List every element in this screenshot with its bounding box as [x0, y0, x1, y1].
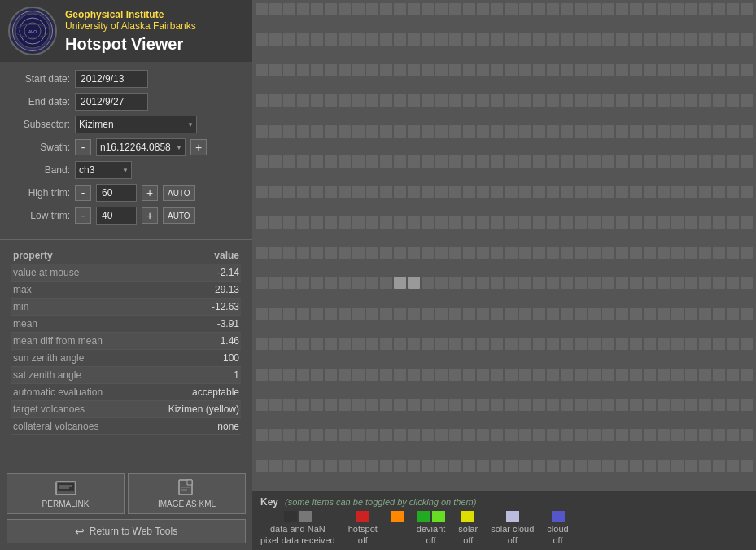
grid-cell — [422, 186, 434, 198]
low-trim-auto-button[interactable]: AUTO — [163, 207, 195, 224]
grid-cell — [658, 429, 670, 441]
grid-cell — [380, 94, 392, 107]
grid-cell — [533, 3, 545, 15]
end-date-input[interactable] — [75, 93, 148, 111]
grid-cell — [519, 3, 531, 15]
app-title: Hotspot Viewer — [65, 35, 196, 54]
grid-cell — [741, 64, 753, 76]
svg-text:AVO: AVO — [28, 29, 37, 34]
grid-cell — [547, 33, 559, 46]
grid-cell — [602, 186, 614, 198]
grid-cell — [547, 64, 559, 76]
grid-cell — [575, 3, 587, 15]
grid-cell — [616, 338, 628, 350]
grid-cell — [658, 369, 670, 381]
grid-cell — [283, 3, 295, 15]
key-item[interactable]: solaroff — [458, 511, 478, 545]
header-section: AVO Geophysical Institute University of … — [0, 0, 252, 62]
grid-cell — [561, 429, 573, 441]
grid-cell — [422, 125, 434, 138]
grid-cell — [352, 429, 365, 441]
return-button[interactable]: ↩ Return to Web Tools — [7, 519, 246, 543]
grid-cell — [339, 3, 351, 15]
high-trim-plus-button[interactable]: + — [142, 185, 158, 201]
grid-cell — [671, 155, 684, 168]
grid-cell — [394, 216, 406, 229]
grid-cell — [463, 308, 475, 320]
swath-minus-button[interactable]: - — [75, 139, 91, 155]
grid-cell — [741, 33, 753, 46]
grid-cell — [602, 94, 614, 107]
key-item[interactable]: solar cloudoff — [491, 511, 534, 545]
grid-cell — [408, 277, 420, 289]
key-item[interactable]: cloudoff — [547, 511, 568, 545]
grid-cell — [561, 94, 573, 107]
grid-cell — [575, 308, 587, 320]
grid-cell — [602, 429, 614, 441]
grid-cell — [352, 247, 365, 259]
permalink-button[interactable]: PERMALINK — [7, 473, 125, 514]
prop-name: automatic evaluation — [13, 386, 103, 398]
low-trim-input[interactable] — [96, 207, 137, 225]
grid-cell — [561, 64, 573, 76]
grid-cell — [561, 155, 573, 168]
high-trim-minus-button[interactable]: - — [75, 185, 91, 201]
high-trim-input[interactable] — [96, 184, 137, 202]
image-kml-button[interactable]: IMAGE AS KML — [128, 473, 246, 514]
key-bar: Key (some items can be toggled by clicki… — [252, 491, 756, 550]
grid-cell — [366, 308, 378, 320]
grid-cell — [435, 247, 448, 259]
grid-cell — [422, 369, 434, 381]
grid-cell — [505, 64, 517, 76]
grid-cell — [477, 64, 489, 76]
key-item[interactable]: data and NaNpixel data received — [260, 511, 335, 545]
grid-cell — [741, 460, 753, 472]
grid-cell — [727, 94, 739, 107]
grid-cell — [561, 125, 573, 138]
start-date-input[interactable] — [75, 70, 148, 88]
grid-cell — [283, 247, 295, 259]
low-trim-minus-button[interactable]: - — [75, 207, 91, 224]
grid-cell — [671, 460, 684, 472]
key-item[interactable]: hotspotoff — [348, 511, 378, 545]
grid-cell — [449, 460, 461, 472]
swath-plus-button[interactable]: + — [190, 139, 207, 155]
prop-value: 1 — [234, 369, 239, 381]
right-panel: Key (some items can be toggled by clicki… — [252, 0, 756, 550]
grid-cell — [394, 308, 406, 320]
grid-cell — [561, 460, 573, 472]
grid-cell — [505, 186, 517, 198]
low-trim-plus-button[interactable]: + — [142, 207, 158, 224]
band-select[interactable]: ch3 — [75, 161, 132, 179]
grid-cell — [699, 460, 711, 472]
key-item[interactable]: deviantoff — [417, 511, 445, 545]
grid-cell — [588, 64, 601, 76]
grid-cell — [366, 369, 378, 381]
subsector-select[interactable]: Kizimen — [75, 116, 197, 133]
grid-cell — [505, 338, 517, 350]
grid-cell — [658, 64, 670, 76]
high-trim-auto-button[interactable]: AUTO — [163, 185, 195, 201]
grid-cell — [325, 338, 337, 350]
grid-cell — [352, 399, 365, 411]
grid-cell — [435, 369, 448, 381]
band-label: Band: — [11, 164, 70, 176]
grid-cell — [408, 3, 420, 15]
swath-select[interactable]: n16.12264.0858 — [96, 138, 186, 156]
grid-cell — [339, 277, 351, 289]
logo: AVO — [8, 7, 57, 55]
grid-cell — [658, 399, 670, 411]
key-item[interactable] — [391, 511, 404, 522]
grid-cell — [533, 460, 545, 472]
grid-cell — [699, 369, 711, 381]
grid-cell — [644, 64, 656, 76]
grid-cell — [463, 3, 475, 15]
grid-cell — [630, 3, 642, 15]
grid-cell — [658, 308, 670, 320]
prop-row: max29.13 — [11, 282, 241, 299]
grid-cell — [380, 429, 392, 441]
props-col-value: value — [214, 250, 239, 261]
grid-cell — [671, 247, 684, 259]
grid-cell — [394, 277, 406, 289]
grid-cell — [741, 94, 753, 107]
